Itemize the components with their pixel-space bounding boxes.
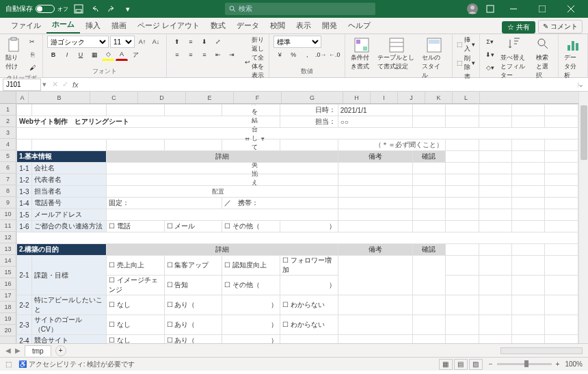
align-right-button[interactable]: ≡	[198, 49, 211, 61]
account-icon[interactable]	[466, 3, 479, 15]
column-header-C[interactable]: C	[90, 92, 138, 103]
row-header-4[interactable]: 4	[0, 139, 16, 150]
row-header-17[interactable]: 17	[0, 290, 16, 302]
tab-layout[interactable]: ページ レイアウト	[132, 18, 205, 34]
border-button[interactable]: ▦	[88, 49, 101, 61]
row-header-11[interactable]: 11	[0, 220, 16, 232]
ribbon-options-icon[interactable]	[484, 3, 496, 15]
autosave-toggle[interactable]: 自動保存 オフ	[5, 4, 68, 14]
tab-file[interactable]: ファイル	[5, 18, 46, 34]
font-color-button[interactable]: A	[116, 49, 128, 61]
page-break-view-button[interactable]: ▨	[469, 359, 483, 370]
qat-dropdown-icon[interactable]: ▾	[122, 3, 134, 15]
paste-button[interactable]: 貼り付け	[4, 36, 23, 72]
tab-help[interactable]: ヘルプ	[343, 18, 376, 34]
align-bottom-button[interactable]: ⬇	[198, 36, 211, 48]
sort-filter-button[interactable]: 並べ替えとフィルター	[499, 36, 533, 81]
column-header-D[interactable]: D	[138, 92, 186, 103]
row-header-13[interactable]: 13	[0, 243, 16, 255]
column-header-E[interactable]: E	[186, 92, 234, 103]
delete-cells-button[interactable]: ⬚ 削除 ▾	[457, 54, 475, 72]
orientation-button[interactable]: ⤢	[212, 36, 224, 48]
add-sheet-button[interactable]: +	[55, 345, 66, 356]
row-header-9[interactable]: 9	[0, 197, 16, 209]
zoom-out-button[interactable]: −	[489, 360, 493, 368]
decrease-decimal-button[interactable]: ←.0	[328, 49, 340, 61]
format-as-table-button[interactable]: テーブルとして書式設定	[376, 36, 418, 72]
row-header-12[interactable]: 12	[0, 232, 16, 243]
vertical-scrollbar[interactable]	[578, 92, 588, 343]
row-header-14[interactable]: 14	[0, 255, 16, 267]
tab-home[interactable]: ホーム	[46, 16, 80, 34]
tab-insert[interactable]: 挿入	[80, 18, 106, 34]
cancel-formula-icon[interactable]: ✕	[52, 80, 58, 89]
percent-button[interactable]: %	[287, 49, 299, 61]
tab-review[interactable]: 校閲	[265, 18, 291, 34]
align-left-button[interactable]: ≡	[171, 49, 183, 61]
tab-view[interactable]: 表示	[291, 18, 317, 34]
font-name-combo[interactable]: 游ゴシック	[47, 36, 109, 48]
bold-button[interactable]: B	[47, 49, 59, 61]
column-header-K[interactable]: K	[425, 92, 453, 103]
align-center-button[interactable]: ≡	[185, 49, 197, 61]
row-header-5[interactable]: 5	[0, 150, 16, 162]
phonetic-button[interactable]: ア	[129, 49, 142, 61]
row-header-3[interactable]: 3	[0, 127, 16, 139]
sheet-tab-tmp[interactable]: tmp	[25, 345, 51, 356]
column-header-A[interactable]: A	[16, 92, 29, 103]
find-select-button[interactable]: 検索と選択	[535, 36, 554, 81]
sheet-nav-prev[interactable]: ◀	[5, 347, 11, 354]
name-box[interactable]	[3, 79, 41, 91]
accessibility-status[interactable]: ♿ アクセシビリティ: 検討が必要です	[18, 360, 135, 369]
cells[interactable]: 日時：2021/1/1 Webサイト制作 ヒアリングシート担当：○○ （＊＝必ず…	[16, 104, 578, 343]
formula-bar[interactable]	[83, 79, 578, 91]
comment-button[interactable]: ✎ コメント	[538, 20, 583, 34]
share-button[interactable]: ☆ 共有	[502, 21, 535, 34]
fx-icon[interactable]: fx	[72, 81, 79, 89]
column-header-F[interactable]: F	[234, 92, 282, 103]
tab-data[interactable]: データ	[231, 18, 265, 34]
maximize-button[interactable]	[531, 0, 554, 18]
horizontal-scrollbar[interactable]	[500, 347, 583, 354]
number-format-combo[interactable]: 標準	[273, 36, 321, 48]
row-header-16[interactable]: 16	[0, 278, 16, 290]
zoom-in-button[interactable]: +	[556, 360, 560, 368]
italic-button[interactable]: I	[61, 49, 73, 61]
column-header-H[interactable]: H	[343, 92, 371, 103]
decrease-font-button[interactable]: A↓	[150, 36, 162, 48]
column-header-B[interactable]: B	[29, 92, 90, 103]
indent-increase-button[interactable]: ⇥	[226, 49, 238, 61]
align-top-button[interactable]: ⬆	[171, 36, 183, 48]
tab-developer[interactable]: 開発	[317, 18, 343, 34]
indent-decrease-button[interactable]: ⇤	[212, 49, 224, 61]
increase-decimal-button[interactable]: .0→	[315, 49, 327, 61]
row-header-1[interactable]: 1	[0, 104, 16, 116]
row-header-18[interactable]: 18	[0, 302, 16, 313]
sheet-nav-next[interactable]: ▶	[15, 347, 21, 354]
select-all-corner[interactable]	[0, 92, 16, 104]
page-layout-view-button[interactable]: ▤	[454, 359, 468, 370]
column-header-L[interactable]: L	[453, 92, 480, 103]
close-button[interactable]	[559, 0, 583, 18]
namebox-dropdown-icon[interactable]: ▾	[42, 80, 46, 89]
row-header-7[interactable]: 7	[0, 174, 16, 185]
format-painter-button[interactable]: 🖌	[26, 62, 38, 74]
tab-formulas[interactable]: 数式	[205, 18, 231, 34]
fill-color-button[interactable]: ◇	[102, 49, 114, 61]
undo-icon[interactable]	[89, 3, 101, 15]
redo-icon[interactable]	[105, 3, 118, 15]
currency-button[interactable]: ¥	[273, 49, 286, 61]
row-header-6[interactable]: 6	[0, 162, 16, 174]
cell-styles-button[interactable]: セルのスタイル	[420, 36, 448, 81]
fill-button[interactable]: ⬇▾	[484, 49, 496, 61]
zoom-level[interactable]: 100%	[565, 360, 583, 368]
row-header-2[interactable]: 2	[0, 116, 16, 127]
insert-cells-button[interactable]: ⬚ 挿入 ▾	[457, 36, 475, 53]
tab-draw[interactable]: 描画	[106, 18, 132, 34]
column-header-I[interactable]: I	[371, 92, 398, 103]
clear-button[interactable]: ◇▾	[484, 62, 496, 74]
row-header-15[interactable]: 15	[0, 267, 16, 278]
normal-view-button[interactable]: ▦	[439, 359, 453, 370]
comma-button[interactable]: ,	[301, 49, 313, 61]
autosum-button[interactable]: Σ▾	[484, 36, 496, 48]
